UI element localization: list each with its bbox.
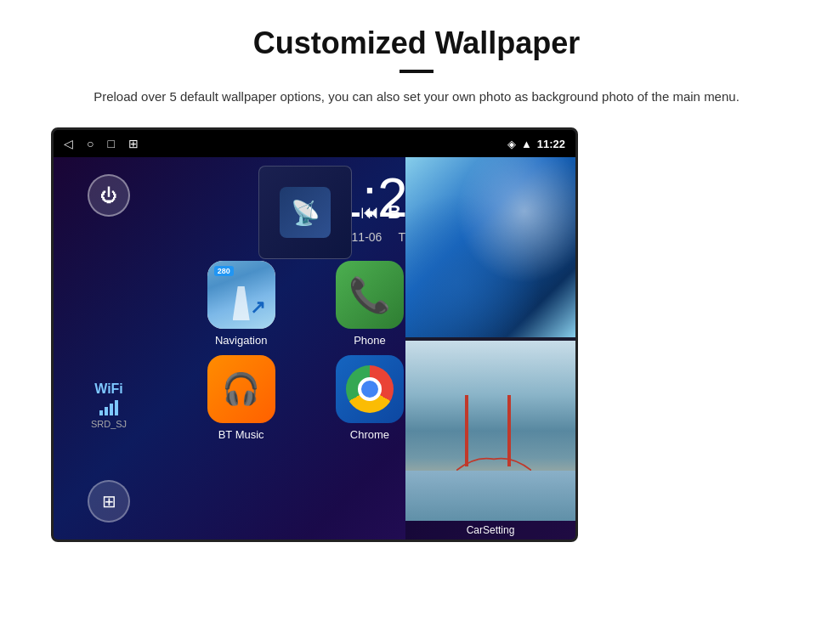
nav-badge: 280	[214, 266, 234, 276]
recent-icon[interactable]: □	[107, 137, 114, 150]
android-device: ◁ ○ □ ⊞ ◈ ▲ 11:22 ⏻ WiFi	[51, 127, 578, 542]
android-screen: ⏻ WiFi SRD_SJ ⊞	[54, 157, 575, 539]
app-navigation[interactable]: 280 ↗ Navigation	[181, 261, 301, 347]
prev-track-icon[interactable]: ⏮	[360, 201, 379, 223]
left-sidebar: ⏻ WiFi SRD_SJ ⊞	[54, 157, 164, 539]
page-description: Preload over 5 default wallpaper options…	[76, 87, 756, 107]
status-time: 11:22	[537, 138, 565, 150]
track-label: B	[388, 201, 401, 223]
wifi-bar-1	[99, 410, 103, 415]
media-widget: 📡	[258, 166, 352, 259]
status-bar-left: ◁ ○ □ ⊞	[64, 137, 139, 150]
wallpaper-bridge[interactable]	[405, 341, 575, 521]
home-icon[interactable]: ○	[87, 137, 94, 150]
media-app-icon: 📡	[280, 187, 331, 238]
chrome-circle	[346, 365, 394, 413]
app-phone-label: Phone	[354, 334, 386, 347]
navigation-icon: 280 ↗	[207, 261, 275, 329]
app-navigation-label: Navigation	[215, 334, 267, 347]
back-icon[interactable]: ◁	[64, 137, 73, 150]
page-container: Customized Wallpaper Preload over 5 defa…	[0, 0, 833, 559]
media-controls-area: 📡 ⏮ B	[258, 166, 401, 259]
wifi-bar-4	[115, 400, 118, 415]
nav-inner: 280 ↗	[207, 261, 275, 329]
screenshot-icon[interactable]: ⊞	[128, 137, 139, 150]
bridge-cables-svg	[456, 455, 531, 471]
wifi-signal	[91, 400, 127, 415]
app-chrome-label: Chrome	[350, 428, 389, 441]
water-reflection	[405, 471, 575, 521]
status-bar: ◁ ○ □ ⊞ ◈ ▲ 11:22	[54, 130, 575, 157]
chrome-inner-circle	[358, 377, 382, 401]
wifi-bar-3	[110, 404, 113, 415]
wifi-ssid: SRD_SJ	[91, 419, 127, 429]
chrome-icon	[336, 355, 404, 423]
main-content: ◁ ○ □ ⊞ ◈ ▲ 11:22 ⏻ WiFi	[51, 127, 782, 542]
wifi-label: WiFi	[91, 381, 127, 397]
app-bt-music-label: BT Music	[218, 428, 264, 441]
wifi-bar-2	[105, 407, 108, 415]
signal-icon: ▲	[521, 138, 532, 150]
location-icon: ◈	[507, 138, 516, 150]
carsetting-label: CarSetting	[405, 521, 575, 539]
phone-icon: 📞	[336, 261, 404, 329]
power-button[interactable]: ⏻	[88, 174, 130, 217]
nav-arrow: ↗	[250, 297, 265, 319]
apps-grid-button[interactable]: ⊞	[88, 480, 130, 523]
bt-music-icon: 🎧	[207, 355, 275, 423]
wifi-info: WiFi SRD_SJ	[91, 381, 127, 429]
status-bar-right: ◈ ▲ 11:22	[507, 138, 565, 150]
title-divider	[400, 70, 434, 73]
wallpaper-ice-cave[interactable]	[405, 157, 575, 337]
nav-road	[233, 286, 250, 320]
page-title: Customized Wallpaper	[51, 25, 782, 61]
device-wallpapers: CarSetting	[405, 157, 575, 539]
app-bt-music[interactable]: 🎧 BT Music	[181, 355, 301, 441]
